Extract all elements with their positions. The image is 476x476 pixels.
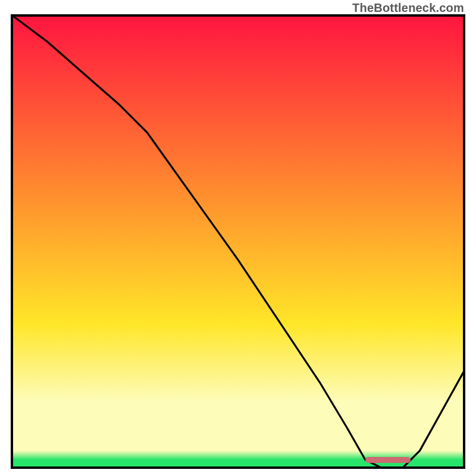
- chart-frame: [11, 14, 465, 469]
- watermark-text: TheBottleneck.com: [352, 1, 464, 15]
- curve-path: [11, 14, 465, 469]
- bottleneck-curve: [11, 14, 465, 469]
- optimal-range-marker: [365, 457, 411, 463]
